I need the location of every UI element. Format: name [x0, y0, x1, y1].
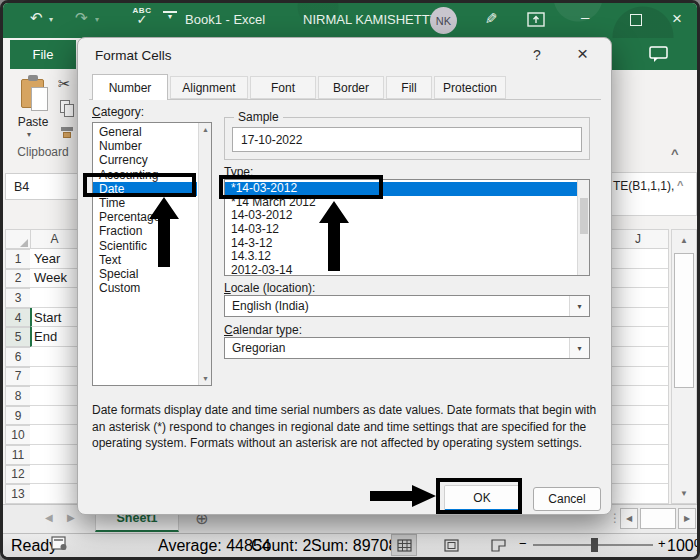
scroll-up-icon[interactable]: ▲: [671, 230, 697, 250]
cancel-button[interactable]: Cancel: [533, 487, 601, 511]
format-painter-icon[interactable]: [61, 127, 73, 131]
paste-dropdown-icon[interactable]: ▾: [27, 130, 31, 139]
tab-fill[interactable]: Fill: [386, 76, 432, 99]
cell-a10[interactable]: [30, 425, 79, 445]
tab-border[interactable]: Border: [318, 76, 384, 99]
ribbon-display-options-icon[interactable]: [527, 12, 545, 31]
category-text[interactable]: Text: [93, 253, 197, 267]
cut-icon[interactable]: ✂: [58, 75, 71, 93]
redo-icon[interactable]: ↷: [75, 9, 88, 27]
calendar-type-dropdown[interactable]: Gregorian ▾: [224, 337, 590, 359]
hscroll-right-icon[interactable]: ▶: [678, 508, 696, 529]
tab-number[interactable]: Number: [92, 74, 168, 100]
row-header-1[interactable]: 1: [5, 249, 31, 269]
row-header-9[interactable]: 9: [5, 406, 31, 426]
cell-a9[interactable]: [30, 406, 79, 426]
redo-dropdown-icon[interactable]: ▾: [95, 15, 99, 24]
cell-a13[interactable]: [30, 484, 79, 504]
category-scroll-down-icon[interactable]: ▼: [199, 375, 212, 382]
row-header-4[interactable]: 4: [5, 308, 31, 328]
account-user-name[interactable]: NIRMAL KAMISHETTY: [303, 12, 438, 27]
minimize-icon[interactable]: –: [581, 8, 589, 25]
row-header-2[interactable]: 2: [5, 269, 31, 289]
file-tab[interactable]: File: [10, 40, 76, 69]
cell-a3[interactable]: [30, 288, 79, 308]
paste-button-label[interactable]: Paste: [13, 115, 53, 129]
row-header-12[interactable]: 12: [5, 465, 31, 485]
category-general[interactable]: General: [93, 125, 197, 139]
category-fraction[interactable]: Fraction: [93, 224, 197, 238]
column-header-a[interactable]: A: [30, 229, 79, 249]
type-scrollbar[interactable]: [577, 180, 589, 275]
type-option-7[interactable]: 2012-03-14: [225, 264, 577, 278]
row-header-6[interactable]: 6: [5, 347, 31, 367]
hscroll-left-icon[interactable]: ◀: [620, 508, 638, 529]
category-currency[interactable]: Currency: [93, 153, 197, 167]
cell-a7[interactable]: [30, 367, 79, 387]
normal-view-icon[interactable]: [391, 534, 417, 556]
column-j-cells[interactable]: [607, 249, 669, 504]
tab-alignment[interactable]: Alignment: [170, 76, 248, 99]
category-percentage[interactable]: Percentage: [93, 210, 197, 224]
category-special[interactable]: Special: [93, 267, 197, 281]
category-scrollbar[interactable]: ▲ ▼: [198, 123, 211, 385]
spell-check-icon[interactable]: ABC ✓: [129, 7, 155, 26]
vertical-scrollbar-thumb[interactable]: [674, 253, 694, 388]
cell-a2[interactable]: Week: [30, 269, 79, 289]
undo-icon[interactable]: ↶: [30, 9, 43, 27]
cell-a1[interactable]: Year: [30, 249, 79, 269]
name-box[interactable]: B4: [5, 173, 78, 200]
zoom-out-icon[interactable]: −: [519, 536, 527, 551]
page-layout-view-icon[interactable]: [438, 534, 464, 556]
row-header-3[interactable]: 3: [5, 288, 31, 308]
cell-a12[interactable]: [30, 465, 79, 485]
category-custom[interactable]: Custom: [93, 281, 197, 295]
tab-protection[interactable]: Protection: [434, 76, 506, 99]
row-header-8[interactable]: 8: [5, 386, 31, 406]
row-header-5[interactable]: 5: [5, 327, 31, 347]
collapse-ribbon-icon[interactable]: ^: [671, 146, 679, 161]
cell-a6[interactable]: [30, 347, 79, 367]
category-scientific[interactable]: Scientific: [93, 239, 197, 253]
cell-a11[interactable]: [30, 445, 79, 465]
draw-pen-icon[interactable]: ✎: [485, 10, 498, 28]
tab-font[interactable]: Font: [250, 76, 316, 99]
type-scrollbar-thumb[interactable]: [580, 198, 588, 234]
undo-dropdown-icon[interactable]: ▾: [49, 15, 53, 24]
close-window-icon[interactable]: ×: [672, 9, 682, 29]
type-option-4[interactable]: 14-03-12: [225, 223, 577, 237]
customize-quick-access-icon[interactable]: ▾: [163, 11, 177, 20]
cell-a8[interactable]: [30, 386, 79, 406]
status-sum[interactable]: Sum: 89708: [311, 537, 397, 555]
calendar-dropdown-icon[interactable]: ▾: [569, 338, 589, 358]
category-scroll-up-icon[interactable]: ▲: [199, 126, 212, 133]
maximize-icon[interactable]: [630, 14, 642, 26]
status-count[interactable]: Count: 2: [251, 537, 311, 555]
macro-record-icon[interactable]: [51, 536, 68, 555]
cell-a5[interactable]: End: [30, 327, 79, 347]
type-option-3[interactable]: 14-03-2012: [225, 209, 577, 223]
dialog-help-icon[interactable]: ?: [533, 47, 541, 63]
zoom-in-icon[interactable]: +: [658, 536, 666, 551]
page-break-view-icon[interactable]: [485, 534, 511, 556]
avatar[interactable]: NK: [430, 7, 457, 34]
comments-icon[interactable]: [649, 46, 669, 68]
next-sheet-icon[interactable]: ▶: [67, 512, 75, 523]
horizontal-scrollbar-thumb[interactable]: [640, 508, 676, 529]
expand-formula-bar-icon[interactable]: ^: [677, 179, 683, 191]
column-header-j[interactable]: J: [607, 229, 669, 249]
zoom-slider-thumb[interactable]: [591, 538, 598, 552]
scroll-down-icon[interactable]: ▼: [671, 483, 697, 503]
dialog-close-icon[interactable]: ×: [577, 43, 588, 65]
type-option-6[interactable]: 14.3.12: [225, 250, 577, 264]
row-header-11[interactable]: 11: [5, 445, 31, 465]
locale-dropdown[interactable]: English (India) ▾: [224, 295, 590, 317]
row-header-10[interactable]: 10: [5, 425, 31, 445]
category-number[interactable]: Number: [93, 139, 197, 153]
row-header-13[interactable]: 13: [5, 484, 31, 504]
type-option-5[interactable]: 14-3-12: [225, 237, 577, 251]
cell-a4[interactable]: Start: [30, 308, 79, 328]
category-time[interactable]: Time: [93, 196, 197, 210]
zoom-percentage[interactable]: 100%: [667, 537, 700, 555]
previous-sheet-icon[interactable]: ◀: [45, 512, 53, 523]
